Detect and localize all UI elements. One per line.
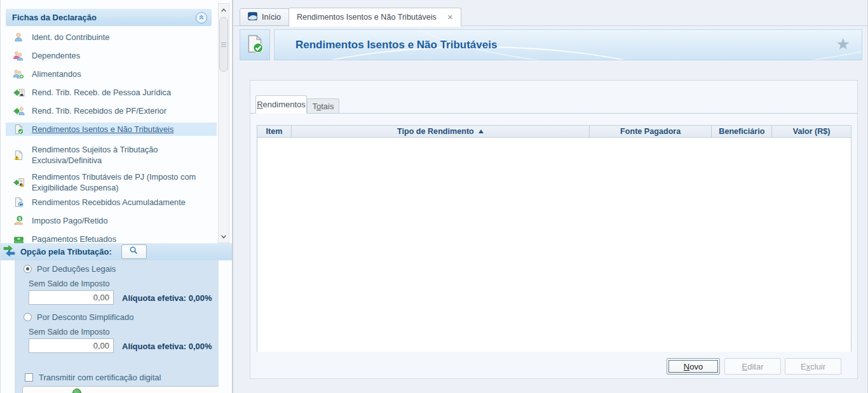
button-label: Novo (684, 362, 703, 371)
sidebar-item-rend-trib-pj[interactable]: Rend. Trib. Receb. de Pessoa Jurídica (6, 86, 217, 99)
column-header-beneficiario[interactable]: Beneficiário (712, 126, 772, 137)
person-icon (11, 32, 26, 43)
page-icon-box (240, 29, 270, 60)
radio-label: Por Desconto Simplificado (37, 312, 133, 322)
radio-deducoes-legais[interactable] (24, 265, 32, 273)
button-label: Editar (742, 362, 764, 371)
scrollbar-thumb[interactable] (219, 17, 228, 72)
sidebar-scrollbar[interactable] (218, 3, 229, 243)
checkbox-label: Transmitir com certificação digital (39, 373, 161, 382)
arrow-person-icon (11, 106, 26, 116)
arrow-document-warning-icon (11, 177, 26, 188)
status-sem-saldo-2: Sem Saldo de Imposto (29, 328, 109, 336)
tab-inicio[interactable]: Início (240, 8, 289, 26)
excluir-button[interactable]: Excluir (785, 358, 841, 375)
checkbox-row: Transmitir com certificação digital (25, 373, 161, 382)
people-icon (11, 51, 26, 61)
tab-label: Rendimentos (257, 100, 306, 109)
tab-totais[interactable]: Totais (307, 98, 339, 114)
sidebar-item-label: Rendimentos Recebidos Acumuladamente (32, 197, 186, 208)
column-header-valor[interactable]: Valor (R$) (772, 126, 851, 137)
arrow-document-icon (11, 88, 26, 98)
aliquota-label-2: Alíquota efetiva: 0,00% (122, 342, 212, 351)
document-check-icon (11, 124, 26, 135)
svg-text:$: $ (18, 216, 20, 222)
table-body-empty (257, 138, 851, 352)
sidebar-item-label: Rendimentos Isentos e Não Tributáveis (32, 124, 173, 135)
sidebar-item-label: Rend. Trib. Receb. de Pessoa Jurídica (32, 87, 171, 98)
tax-option-title: Opção pela Tributação: (20, 247, 112, 256)
column-label: Tipo de Rendimento (397, 127, 474, 136)
sidebar-item-label: Alimentandos (32, 69, 81, 79)
button-label: Excluir (801, 362, 825, 371)
tax-option-header: Opção pela Tributação: (1, 243, 233, 260)
swap-arrows-icon (3, 244, 16, 260)
sidebar-item-label: Rendimentos Tributáveis de PJ (Imposto c… (32, 171, 208, 193)
page-title: Rendimentos Isentos e Não Tributáveis (295, 39, 497, 51)
sidebar-item-ident-contribuinte[interactable]: Ident. do Contribuinte (6, 30, 217, 44)
receita-logo-icon (248, 11, 257, 23)
page-header-banner: Rendimentos Isentos e Não Tributáveis ★ (274, 29, 862, 60)
radio-row-simplificado: Por Desconto Simplificado (24, 312, 133, 322)
scroll-down-icon[interactable] (219, 232, 228, 241)
imposto-value-input-2[interactable] (29, 338, 114, 353)
radio-desconto-simplificado[interactable] (24, 313, 32, 321)
globe-icon (72, 389, 81, 393)
tab-divider (250, 113, 857, 114)
sidebar-item-rendimentos-sujeitos[interactable]: Rendimentos Sujeitos à Tributação Exclus… (6, 143, 217, 167)
collapse-panel-button[interactable] (196, 12, 207, 23)
content-panel: Rendimentos Totais Item Tipo de Rendimen… (250, 80, 858, 379)
sidebar-item-rendimentos-acumuladamente[interactable]: Rendimentos Recebidos Acumuladamente (6, 196, 217, 209)
sidebar-item-rendimentos-isentos[interactable]: Rendimentos Isentos e Não Tributáveis (6, 123, 217, 136)
document-check-icon (245, 32, 265, 58)
sidebar-item-rend-trib-pf-exterior[interactable]: Rend. Trib. Recebidos de PF/Exterior (6, 104, 217, 117)
sidebar-item-label: Rend. Trib. Recebidos de PF/Exterior (32, 105, 166, 116)
tax-option-panel: Por Deduções Legais Sem Saldo de Imposto… (15, 260, 219, 393)
aliquota-label-1: Alíquota efetiva: 0,00% (122, 293, 212, 303)
certificacao-digital-checkbox[interactable] (25, 373, 33, 382)
sidebar-item-label: Dependentes (32, 50, 80, 61)
tab-rendimentos-isentos[interactable]: Rendimentos Isentos e Não Tributáveis ✕ (288, 8, 461, 27)
sidebar-item-label: Rendimentos Sujeitos à Tributação Exclus… (32, 144, 208, 166)
sidebar-list: Ident. do Contribuinte Dependentes Alime… (6, 28, 217, 243)
bottom-action-button[interactable] (22, 386, 219, 393)
tab-label: Rendimentos Isentos e Não Tributáveis (297, 13, 437, 22)
sidebar-item-imposto-pago-retido[interactable]: $ Imposto Pago/Retido (6, 214, 217, 227)
sort-ascending-icon (478, 130, 484, 133)
application-window: Fichas da Declaração Ident. do Contribui… (0, 0, 868, 393)
editar-button[interactable]: Editar (724, 358, 781, 375)
rendimentos-table: Item Tipo de Rendimento Fonte Pagadora B… (257, 125, 851, 352)
people-add-icon (11, 69, 26, 79)
column-header-item[interactable]: Item (257, 126, 292, 137)
novo-button[interactable]: Novo (667, 358, 720, 375)
money-icon (11, 234, 26, 244)
status-sem-saldo-1: Sem Saldo de Imposto (29, 279, 109, 288)
column-header-fonte[interactable]: Fonte Pagadora (590, 126, 712, 137)
favorite-star-icon[interactable]: ★ (836, 35, 850, 53)
table-header-row: Item Tipo de Rendimento Fonte Pagadora B… (257, 126, 851, 138)
sidebar-header: Fichas da Declaração (6, 9, 212, 26)
sidebar-title: Fichas da Declaração (12, 13, 97, 22)
sidebar-item-label: Ident. do Contribuinte (32, 32, 109, 43)
scrollbar-grip-icon (221, 44, 226, 45)
sidebar-item-alimentandos[interactable]: Alimentandos (6, 67, 217, 81)
sidebar-item-dependentes[interactable]: Dependentes (6, 49, 217, 62)
search-icon (129, 246, 139, 258)
main-area: Início Rendimentos Isentos e Não Tributá… (233, 0, 868, 393)
radio-row-deducoes: Por Deduções Legais (24, 264, 116, 274)
document-tabstrip: Início Rendimentos Isentos e Não Tributá… (233, 0, 867, 26)
scroll-up-icon[interactable] (219, 5, 228, 15)
radio-label: Por Deduções Legais (37, 264, 116, 274)
tab-label: Início (262, 13, 281, 22)
sidebar: Fichas da Declaração Ident. do Contribui… (0, 0, 233, 393)
document-history-icon (11, 197, 26, 208)
sidebar-item-pagamentos-efetuados[interactable]: Pagamentos Efetuados (6, 232, 217, 243)
sidebar-item-rendimentos-exigibilidade[interactable]: Rendimentos Tributáveis de PJ (Imposto c… (6, 170, 217, 194)
imposto-value-input-1[interactable] (29, 290, 114, 305)
column-header-tipo[interactable]: Tipo de Rendimento (292, 126, 590, 137)
tab-rendimentos[interactable]: Rendimentos (255, 95, 307, 114)
document-warning-icon (11, 150, 26, 161)
close-tab-icon[interactable]: ✕ (447, 13, 453, 22)
search-button[interactable] (121, 244, 147, 259)
chevron-double-up-icon (198, 13, 205, 22)
